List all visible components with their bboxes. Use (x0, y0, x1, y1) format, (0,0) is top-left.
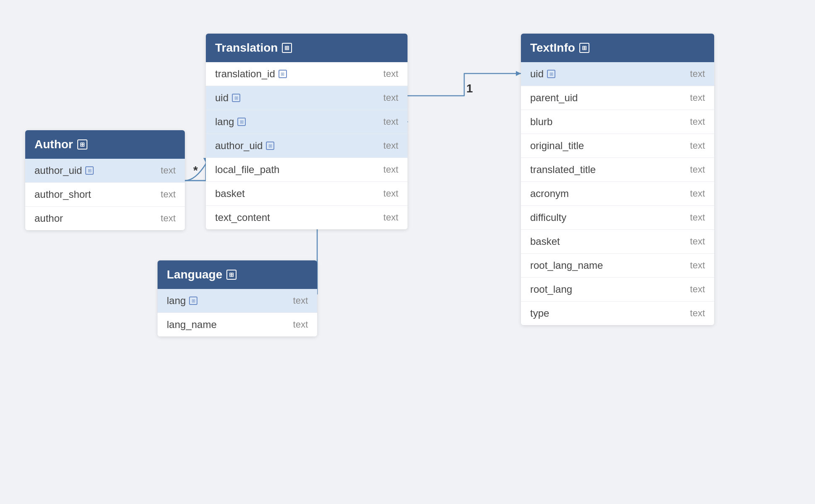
textinfo-root-lang-label: root_lang (530, 284, 572, 295)
textinfo-translated-title-label: translated_title (530, 164, 596, 176)
textinfo-row-original-title: original_title text (521, 134, 714, 158)
textinfo-row-blurb: blurb text (521, 110, 714, 134)
language-rows: lang ⊞ text lang_name text (158, 289, 317, 336)
textinfo-blurb-label: blurb (530, 116, 552, 128)
translation-row-lang: lang ⊞ text (206, 110, 408, 134)
translation-row-local-file-path: local_file_path text (206, 158, 408, 182)
textinfo-row-acronym: acronym text (521, 182, 714, 206)
translation-row-uid: uid ⊞ text (206, 86, 408, 110)
textinfo-type-label: type (530, 307, 549, 319)
translation-row-translation-id: translation_id ⊞ text (206, 62, 408, 86)
language-row-lang-name: lang_name text (158, 313, 317, 336)
translation-author-uid-key-icon: ⊞ (266, 142, 274, 150)
author-title: Author (34, 138, 73, 151)
textinfo-header: TextInfo ⊞ (521, 34, 714, 62)
textinfo-acronym-label: acronym (530, 188, 569, 200)
textinfo-row-translated-title: translated_title text (521, 158, 714, 182)
textinfo-title: TextInfo (530, 41, 575, 55)
author-table: Author ⊞ author_uid ⊞ text author_short … (25, 130, 185, 230)
language-table: Language ⊞ lang ⊞ text lang_name text (158, 260, 317, 336)
author-row-author-uid: author_uid ⊞ text (25, 159, 185, 183)
translation-local-file-path-label: local_file_path (215, 164, 279, 176)
translation-author-uid-label: author_uid (215, 140, 263, 152)
language-lang-label: lang (167, 295, 186, 307)
translation-lang-key-icon: ⊞ (237, 118, 246, 126)
textinfo-basket-label: basket (530, 236, 560, 247)
textinfo-original-title-label: original_title (530, 140, 584, 152)
textinfo-row-root-lang-name: root_lang_name text (521, 254, 714, 278)
translation-text-content-label: text_content (215, 212, 270, 223)
translation-lang-label: lang (215, 116, 234, 128)
translation-rows: translation_id ⊞ text uid ⊞ text lang ⊞ … (206, 62, 408, 229)
diagram-canvas: * 1 1 * 1 * Translation ⊞ translation_id… (0, 0, 815, 504)
language-row-lang: lang ⊞ text (158, 289, 317, 313)
textinfo-row-uid: uid ⊞ text (521, 62, 714, 86)
textinfo-table-icon: ⊞ (579, 43, 589, 53)
textinfo-uid-key-icon: ⊞ (547, 70, 555, 78)
translation-id-label: translation_id (215, 68, 275, 80)
translation-uid-label: uid (215, 92, 229, 104)
language-header: Language ⊞ (158, 260, 317, 289)
author-uid-key-icon: ⊞ (85, 166, 94, 175)
translation-table-icon: ⊞ (282, 43, 292, 53)
translation-row-text-content: text_content text (206, 206, 408, 229)
textinfo-difficulty-label: difficulty (530, 212, 566, 223)
textinfo-row-difficulty: difficulty text (521, 206, 714, 230)
translation-basket-label: basket (215, 188, 245, 200)
translation-table: Translation ⊞ translation_id ⊞ text uid … (206, 34, 408, 229)
translation-id-key-icon: ⊞ (279, 70, 287, 78)
translation-uid-key-icon: ⊞ (232, 94, 240, 102)
textinfo-row-root-lang: root_lang text (521, 278, 714, 302)
language-lang-key-icon: ⊞ (189, 297, 197, 305)
language-lang-name-label: lang_name (167, 319, 217, 331)
author-short-label: author_short (34, 189, 91, 200)
language-title: Language (167, 268, 222, 281)
textinfo-row-basket: basket text (521, 230, 714, 254)
relation-label-uid-one: 1 (466, 82, 473, 95)
author-label: author (34, 213, 63, 224)
translation-header: Translation ⊞ (206, 34, 408, 62)
author-rows: author_uid ⊞ text author_short text auth… (25, 159, 185, 230)
author-row-author: author text (25, 207, 185, 230)
author-uid-label: author_uid (34, 165, 82, 176)
translation-title: Translation (215, 41, 278, 55)
textinfo-rows: uid ⊞ text parent_uid text blurb text or… (521, 62, 714, 325)
translation-row-basket: basket text (206, 182, 408, 206)
author-row-author-short: author_short text (25, 183, 185, 207)
svg-marker-0 (516, 71, 521, 76)
translation-row-author-uid: author_uid ⊞ text (206, 134, 408, 158)
textinfo-table: TextInfo ⊞ uid ⊞ text parent_uid text bl… (521, 34, 714, 325)
author-header: Author ⊞ (25, 130, 185, 159)
textinfo-row-type: type text (521, 302, 714, 325)
textinfo-parent-uid-label: parent_uid (530, 92, 578, 104)
language-table-icon: ⊞ (226, 270, 237, 280)
relation-label-author-many: * (193, 164, 198, 177)
textinfo-root-lang-name-label: root_lang_name (530, 260, 603, 271)
textinfo-row-parent-uid: parent_uid text (521, 86, 714, 110)
author-table-icon: ⊞ (77, 139, 87, 150)
textinfo-uid-label: uid (530, 68, 544, 80)
